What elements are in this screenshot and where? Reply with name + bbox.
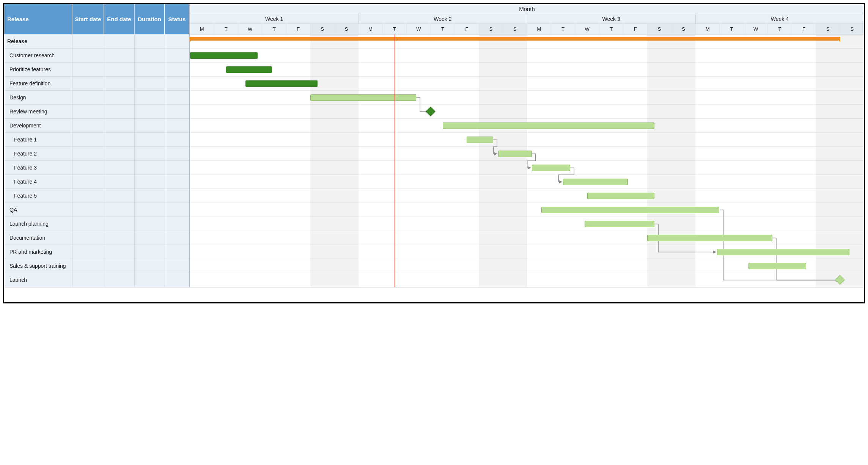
col-header-duration: Duration [135, 4, 165, 35]
task-empty-cell [104, 259, 134, 273]
task-empty-cell [165, 161, 189, 175]
gantt-bar [245, 80, 318, 87]
task-empty-cell [165, 273, 189, 287]
task-empty-cell [72, 231, 104, 245]
task-empty-cell [165, 105, 189, 119]
task-empty-cell [72, 217, 104, 231]
day-header: W [407, 24, 431, 34]
gantt-left-table: Release ReleaseCustomer researchPrioriti… [4, 4, 190, 287]
gantt-bar [190, 52, 258, 59]
timeline-month-label: Month [190, 4, 864, 14]
task-empty-cell [72, 245, 104, 259]
task-empty-cell [165, 49, 189, 63]
task-empty-cell [135, 147, 165, 161]
day-header: W [744, 24, 768, 34]
day-header: F [286, 24, 310, 34]
gantt-bar [498, 151, 532, 157]
task-empty-cell [135, 49, 165, 63]
task-name-cell: Prioritize features [4, 63, 72, 77]
gantt-bar [443, 123, 654, 129]
gantt-footer [4, 287, 864, 302]
col-header-status: Status [165, 4, 189, 35]
task-empty-cell [72, 273, 104, 287]
task-name-cell: Feature 5 [4, 189, 72, 203]
task-empty-cell [104, 35, 134, 49]
gantt-chart: Release ReleaseCustomer researchPrioriti… [3, 3, 865, 303]
task-empty-cell [135, 35, 165, 49]
col-header-end: End date [104, 4, 134, 35]
day-header: S [310, 24, 334, 34]
task-empty-cell [72, 35, 104, 49]
task-empty-cell [135, 217, 165, 231]
task-empty-cell [104, 91, 134, 105]
task-empty-cell [72, 77, 104, 91]
task-empty-cell [72, 147, 104, 161]
task-empty-cell [135, 119, 165, 133]
task-empty-cell [165, 91, 189, 105]
task-empty-cell [72, 175, 104, 189]
task-empty-cell [165, 147, 189, 161]
week-header: Week 4 [696, 14, 864, 24]
task-empty-cell [72, 63, 104, 77]
day-header: S [503, 24, 527, 34]
day-header: S [816, 24, 840, 34]
task-empty-cell [135, 63, 165, 77]
task-empty-cell [135, 133, 165, 147]
task-name-cell: Customer research [4, 49, 72, 63]
task-empty-cell [72, 49, 104, 63]
task-empty-cell [135, 189, 165, 203]
task-name-cell: Feature 3 [4, 161, 72, 175]
task-empty-cell [165, 245, 189, 259]
task-name-cell: Sales & support training [4, 259, 72, 273]
task-empty-cell [104, 49, 134, 63]
task-empty-cell [104, 119, 134, 133]
task-empty-cell [72, 119, 104, 133]
col-header-start: Start date [72, 4, 104, 35]
gantt-bar [717, 249, 849, 255]
task-empty-cell [72, 259, 104, 273]
gantt-bar [226, 66, 272, 73]
day-header: T [768, 24, 792, 34]
col-header-task: Release [4, 4, 72, 35]
gantt-bar [310, 94, 416, 101]
day-header: F [623, 24, 647, 34]
task-empty-cell [104, 105, 134, 119]
gantt-timeline: Month Week 1Week 2Week 3Week 4 MTWTFSSMT… [190, 4, 864, 287]
day-header: S [671, 24, 695, 34]
day-header: S [479, 24, 503, 34]
task-empty-cell [165, 63, 189, 77]
task-empty-cell [72, 203, 104, 217]
task-empty-cell [165, 217, 189, 231]
today-marker [395, 35, 395, 287]
day-header: M [190, 24, 214, 34]
task-name-cell: Design [4, 91, 72, 105]
task-empty-cell [165, 35, 189, 49]
day-header: T [383, 24, 407, 34]
gantt-bar [563, 179, 628, 185]
task-empty-cell [135, 91, 165, 105]
task-empty-cell [104, 175, 134, 189]
task-name-cell: QA [4, 203, 72, 217]
day-header: T [551, 24, 575, 34]
task-empty-cell [165, 133, 189, 147]
day-header: F [792, 24, 816, 34]
task-empty-cell [135, 273, 165, 287]
task-empty-cell [104, 231, 134, 245]
day-header: T [599, 24, 623, 34]
task-name-cell: Feature 1 [4, 133, 72, 147]
task-empty-cell [104, 133, 134, 147]
task-name-cell: Launch planning [4, 217, 72, 231]
week-header: Week 2 [359, 14, 527, 24]
task-empty-cell [165, 203, 189, 217]
task-empty-cell [135, 77, 165, 91]
task-empty-cell [72, 133, 104, 147]
gantt-bar [647, 235, 772, 241]
day-header: S [840, 24, 864, 34]
task-empty-cell [104, 63, 134, 77]
gantt-bar [587, 193, 655, 199]
day-header: T [431, 24, 455, 34]
task-name-cell: Review meeting [4, 105, 72, 119]
day-header: T [214, 24, 238, 34]
task-empty-cell [72, 91, 104, 105]
task-empty-cell [72, 161, 104, 175]
